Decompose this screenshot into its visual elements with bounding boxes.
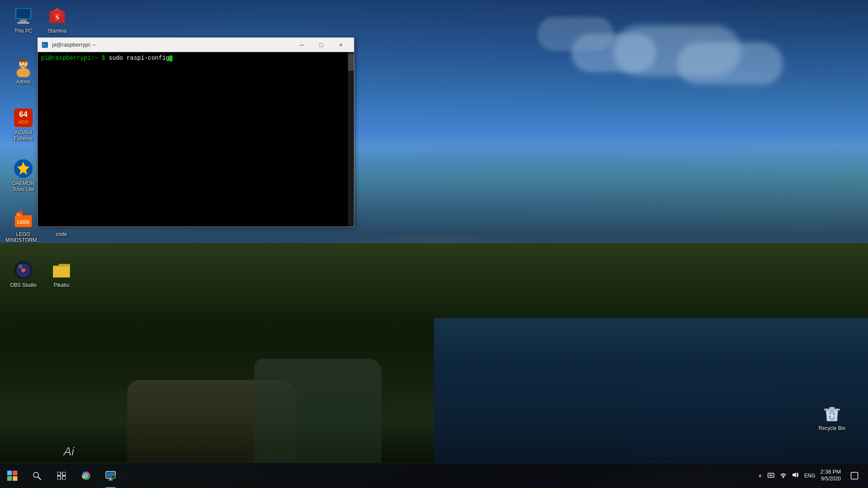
svg-rect-19 (19, 211, 22, 214)
windows-logo-icon (7, 471, 17, 481)
desktop-icon-lego[interactable]: LEGO LEGO MINDSTORM... (4, 208, 42, 245)
daemon-label: DAEMON Tools Lite (6, 180, 41, 193)
svg-point-51 (782, 477, 784, 478)
rdp-icon (106, 471, 116, 480)
obs-icon (13, 260, 33, 280)
terminal-title: pi@raspberrypi: ~ (52, 42, 96, 48)
stamina-icon: S (47, 6, 67, 26)
svg-text:>_: >_ (43, 43, 47, 47)
cloud-4 (537, 17, 614, 51)
svg-rect-53 (851, 472, 858, 479)
aida64-label: AIDA64 Extreme (6, 130, 41, 142)
recycle-icon (822, 403, 842, 424)
stamina-label: Stamina (48, 28, 67, 34)
notification-icon (851, 472, 858, 480)
svg-rect-35 (62, 472, 66, 475)
search-button[interactable] (25, 463, 49, 488)
svg-point-32 (33, 472, 39, 477)
obs-label: OBS Studio (10, 282, 37, 288)
svg-text:AIDA: AIDA (18, 120, 28, 125)
volume-tray-icon[interactable] (792, 471, 799, 480)
taskview-button[interactable] (49, 463, 74, 488)
svg-point-10 (21, 62, 22, 64)
notification-button[interactable] (846, 463, 863, 488)
terminal-line-1: pi@raspberrypi:~ $ sudo raspi-config (41, 55, 351, 61)
desktop-icon-recycle[interactable]: Recycle Bin (813, 402, 851, 433)
terminal-close-button[interactable]: × (331, 38, 351, 52)
desktop-icon-thispc[interactable]: This PC (4, 4, 42, 36)
tray-expand-button[interactable]: ∧ (758, 473, 762, 479)
start-button[interactable] (0, 463, 25, 488)
svg-text:S: S (56, 14, 59, 21)
thispc-label: This PC (14, 28, 33, 34)
system-tray: ∧ (758, 463, 868, 488)
chrome-icon (81, 471, 91, 481)
rdp-button[interactable] (98, 463, 123, 488)
terminal-titlebar-left: >_ pi@raspberrypi: ~ (41, 41, 96, 49)
svg-rect-27 (829, 407, 835, 409)
rock-2 (254, 359, 381, 465)
recycle-label: Recycle Bin (818, 425, 845, 431)
terminal-window: >_ pi@raspberrypi: ~ ─ □ × pi@raspberryp… (37, 37, 354, 227)
aida64-icon: 64 AIDA (13, 108, 33, 128)
desktop-icon-obs[interactable]: OBS Studio (4, 258, 42, 290)
terminal-cursor (169, 55, 172, 61)
svg-text:64: 64 (19, 110, 28, 119)
desktop: This PC S Stamina (0, 0, 868, 488)
svg-rect-3 (17, 22, 29, 24)
svg-rect-50 (770, 474, 772, 477)
lego-label: LEGO MINDSTORM... (6, 231, 41, 244)
cloud-3 (677, 42, 783, 85)
admin-label: Admin (16, 79, 31, 85)
terminal-titlebar: >_ pi@raspberrypi: ~ ─ □ × (38, 38, 354, 52)
svg-rect-36 (57, 476, 61, 480)
desktop-icon-pikabu[interactable]: Pikabu (42, 258, 81, 290)
water-background (434, 318, 868, 465)
terminal-command: sudo raspi-config (109, 55, 170, 61)
svg-rect-34 (57, 472, 61, 475)
desktop-icon-aida64[interactable]: 64 AIDA AIDA64 Extreme (4, 106, 42, 144)
svg-point-11 (25, 62, 26, 64)
terminal-scrollbar-thumb[interactable] (348, 54, 354, 71)
svg-text:LEGO: LEGO (17, 220, 30, 225)
thispc-icon (13, 6, 33, 26)
wifi-tray-icon[interactable] (780, 471, 787, 480)
svg-rect-1 (17, 9, 30, 18)
svg-rect-47 (112, 476, 115, 478)
code-label: code (56, 231, 67, 237)
terminal-minimize-button[interactable]: ─ (292, 38, 312, 52)
wifi-icon (780, 471, 787, 478)
svg-marker-52 (793, 472, 796, 477)
ai-text: Ai (64, 445, 74, 458)
terminal-controls: ─ □ × (292, 38, 351, 52)
search-icon (33, 471, 41, 480)
terminal-prompt: pi@raspberrypi:~ $ (41, 55, 109, 61)
desktop-icon-stamina[interactable]: S Stamina (38, 4, 76, 36)
volume-icon (792, 471, 799, 478)
svg-rect-2 (20, 19, 27, 22)
lego-icon: LEGO (13, 209, 33, 230)
network-tray-icon[interactable] (767, 471, 775, 480)
pikabu-label: Pikabu (54, 282, 70, 288)
network-icon (767, 471, 775, 478)
svg-point-41 (85, 474, 87, 477)
daemon-icon (13, 158, 33, 179)
clock-time: 2:38 PM (821, 469, 841, 476)
clock-date: 9/5/2020 (821, 476, 841, 482)
pikabu-folder-icon (51, 260, 72, 280)
terminal-app-icon: >_ (41, 41, 49, 49)
svg-point-24 (21, 268, 25, 272)
svg-rect-37 (62, 476, 66, 480)
terminal-maximize-button[interactable]: □ (312, 38, 331, 52)
desktop-icon-admin[interactable]: Admin (4, 55, 42, 86)
terminal-scrollbar[interactable] (348, 52, 354, 227)
taskview-icon (57, 472, 66, 480)
terminal-body[interactable]: pi@raspberrypi:~ $ sudo raspi-config (38, 52, 354, 227)
desktop-icon-daemon[interactable]: DAEMON Tools Lite (4, 157, 42, 194)
svg-point-25 (19, 265, 22, 268)
svg-point-8 (17, 68, 30, 77)
clock[interactable]: 2:38 PM 9/5/2020 (821, 469, 841, 482)
language-tray-button[interactable]: ENG (804, 473, 815, 479)
chrome-button[interactable] (74, 463, 98, 488)
admin-icon (13, 57, 33, 77)
